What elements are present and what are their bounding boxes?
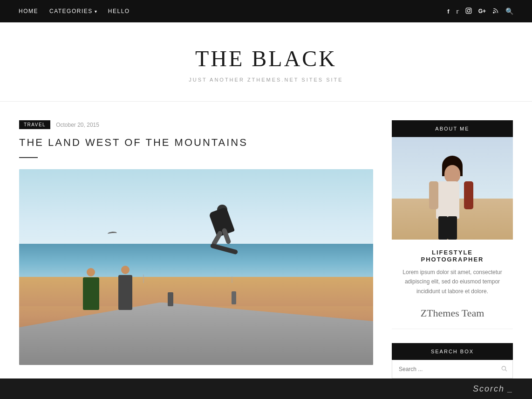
about-face [444, 165, 460, 183]
post-meta: TRAVEL October 20, 2015 [19, 120, 373, 129]
skater-airborne [203, 205, 245, 256]
site-header: THE BLACK JUST ANOTHER ZTHEMES.NET SITES… [0, 22, 532, 102]
scene [19, 169, 373, 365]
post-image [19, 169, 373, 365]
about-leg-right [448, 216, 457, 240]
chevron-down-icon: ▾ [95, 9, 97, 14]
nav-categories-wrap[interactable]: CATEGORIES ▾ [49, 8, 97, 14]
svg-point-1 [467, 9, 470, 12]
about-leg-left [438, 216, 448, 240]
about-torso [436, 181, 459, 219]
main-wrap: TRAVEL October 20, 2015 THE LAND WEST OF… [10, 102, 522, 399]
about-widget: ABOUT ME LIFESTYLE PHOTOGRAPHER Lorem ip… [392, 120, 513, 329]
search-input[interactable] [392, 360, 513, 378]
signature: ZThemes Team [392, 303, 513, 329]
bottom-bar: Scorch _ [0, 378, 532, 399]
figure2-body [118, 275, 132, 310]
about-person [434, 156, 471, 240]
nav-left: HOME CATEGORIES ▾ HELLO [19, 8, 130, 14]
category-badge[interactable]: TRAVEL [19, 120, 50, 129]
search-icon[interactable]: 🔍 [505, 7, 513, 15]
search-widget: SEARCH BOX [392, 343, 513, 378]
googleplus-icon[interactable]: G+ [478, 8, 486, 14]
skater-ground2 [118, 275, 132, 310]
twitter-icon[interactable]: 𝕣 [456, 8, 459, 15]
search-input-wrap [392, 360, 513, 378]
about-widget-title: ABOUT ME [392, 120, 513, 137]
post-divider [19, 157, 38, 158]
svg-line-5 [505, 370, 507, 371]
bottom-text: Scorch _ [473, 384, 513, 394]
photographer-title: LIFESTYLE PHOTOGRAPHER [392, 240, 513, 268]
svg-point-3 [493, 12, 495, 14]
nav-categories-link[interactable]: CATEGORIES [49, 8, 93, 14]
nav-home[interactable]: HOME [19, 8, 38, 14]
figure1-body [83, 277, 99, 310]
nav-hello[interactable]: HELLO [108, 8, 130, 14]
svg-point-2 [470, 8, 471, 9]
skater-ground1 [83, 277, 99, 310]
site-title: THE BLACK [9, 46, 523, 71]
main-content: TRAVEL October 20, 2015 THE LAND WEST OF… [19, 120, 373, 392]
beach-person2 [232, 291, 236, 304]
about-arm-left [429, 181, 438, 209]
rss-icon[interactable] [492, 7, 499, 15]
skateboard [210, 243, 239, 255]
about-image [392, 137, 513, 240]
figure2-head [121, 266, 130, 274]
search-widget-title: SEARCH BOX [392, 343, 513, 360]
beach-person1 [168, 292, 173, 306]
main-nav: HOME CATEGORIES ▾ HELLO f 𝕣 G+ 🔍 [0, 0, 532, 22]
sailboat1 [143, 275, 144, 283]
photographer-desc: Lorem ipsum dolor sit amet, consectetur … [392, 268, 513, 303]
figure1-head [87, 268, 95, 276]
sand-bg [19, 277, 373, 306]
sidebar: ABOUT ME LIFESTYLE PHOTOGRAPHER Lorem ip… [392, 120, 513, 392]
facebook-icon[interactable]: f [447, 8, 449, 15]
post-date: October 20, 2015 [56, 122, 99, 128]
about-arm-right [464, 181, 473, 209]
svg-point-4 [502, 366, 505, 370]
search-submit-button[interactable] [501, 365, 507, 373]
skate-ramp [19, 303, 373, 365]
sailboat2 [232, 276, 232, 283]
nav-right: f 𝕣 G+ 🔍 [447, 7, 513, 15]
svg-rect-0 [466, 8, 471, 14]
instagram-icon[interactable] [465, 7, 472, 15]
post-title: THE LAND WEST OF THE MOUNTAINS [19, 137, 373, 149]
site-subtitle: JUST ANOTHER ZTHEMES.NET SITES SITE [9, 77, 523, 83]
